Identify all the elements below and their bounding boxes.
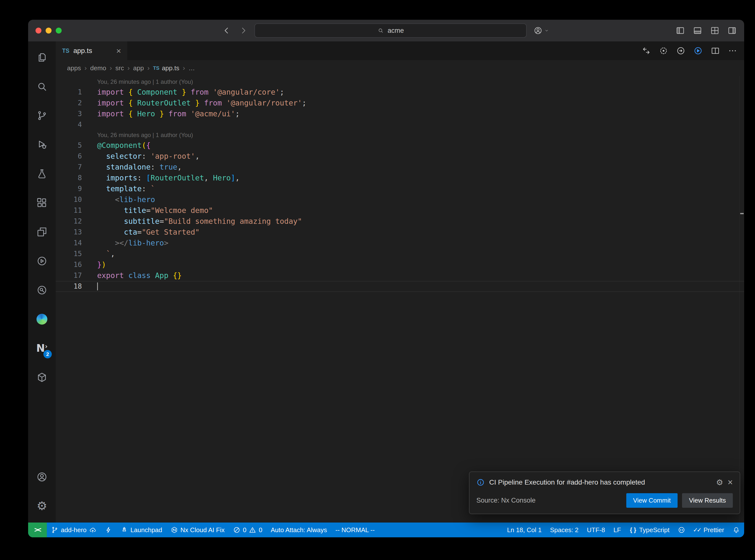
account-icon	[534, 26, 542, 35]
code-line-13[interactable]: 13 cta="Get Started"	[56, 227, 744, 238]
code-line-1[interactable]: 1import { Component } from '@angular/cor…	[56, 87, 744, 98]
code-line-14[interactable]: 14 ></lib-hero>	[56, 238, 744, 248]
activity-extensions-button[interactable]	[28, 188, 56, 217]
status-nx-cloud-ai-fix[interactable]: Nx Cloud AI Fix	[166, 522, 229, 537]
line-number[interactable]: 18	[56, 281, 97, 292]
activity-testing-button[interactable]	[28, 159, 56, 188]
code-line-15[interactable]: 15 `,	[56, 248, 744, 259]
breadcrumb-item[interactable]: apps	[67, 64, 81, 72]
back-icon[interactable]	[222, 26, 231, 35]
activity-run-targets-button[interactable]	[28, 246, 56, 276]
close-tab-icon[interactable]: ×	[116, 46, 121, 56]
toggle-primary-sidebar-icon[interactable]	[676, 26, 685, 35]
status-notifications[interactable]	[728, 522, 744, 537]
line-number[interactable]: 2	[56, 98, 97, 108]
maximize-window-button[interactable]	[56, 27, 62, 34]
open-changes-icon[interactable]	[641, 46, 651, 56]
activity-package-explorer-button[interactable]	[28, 363, 56, 392]
toggle-panel-icon[interactable]	[693, 26, 702, 35]
breadcrumb-item[interactable]: src	[115, 64, 124, 72]
line-number[interactable]: 12	[56, 216, 97, 227]
forward-icon[interactable]	[239, 26, 248, 35]
activity-layers-view-button[interactable]	[28, 217, 56, 246]
line-number[interactable]: 15	[56, 248, 97, 259]
breadcrumb-file[interactable]: TSapp.ts	[153, 64, 179, 72]
notification-settings-icon[interactable]: ⚙	[716, 478, 723, 486]
customize-layout-icon[interactable]	[710, 26, 719, 35]
breadcrumb-item[interactable]: demo	[90, 64, 106, 72]
code-line-12[interactable]: 12 subtitle="Build something amazing tod…	[56, 216, 744, 227]
code-line-9[interactable]: 9 template: `	[56, 183, 744, 194]
line-number[interactable]: 14	[56, 238, 97, 248]
line-number[interactable]: 17	[56, 270, 97, 281]
code-line-18[interactable]: 18	[56, 281, 744, 292]
activity-code-search-button[interactable]	[28, 276, 56, 305]
status-problems[interactable]: 00	[229, 522, 266, 537]
activity-explorer-button[interactable]	[28, 43, 56, 72]
line-number[interactable]: 7	[56, 162, 97, 173]
code-line-2[interactable]: 2import { RouterOutlet } from '@angular/…	[56, 98, 744, 108]
status-launchpad[interactable]: Launchpad	[116, 522, 166, 537]
account-menu[interactable]	[534, 26, 549, 35]
line-number[interactable]: 11	[56, 205, 97, 216]
line-number[interactable]: 13	[56, 227, 97, 238]
code-line-4[interactable]: 4	[56, 119, 744, 130]
status-language-mode[interactable]: { }TypeScript	[625, 522, 674, 537]
activity-run-debug-button[interactable]	[28, 130, 56, 159]
activity-search-button[interactable]	[28, 72, 56, 101]
view-commit-button[interactable]: View Commit	[626, 493, 678, 508]
code-editor[interactable]: You, 26 minutes ago | 1 author (You)1imp…	[56, 76, 744, 522]
minimize-window-button[interactable]	[46, 27, 52, 34]
status-cursor-position[interactable]: Ln 18, Col 1	[503, 522, 546, 537]
run-file-icon[interactable]	[693, 46, 703, 56]
status-encoding[interactable]: UTF-8	[583, 522, 609, 537]
command-center-search[interactable]: acme	[255, 23, 527, 38]
activity-nx-console-button[interactable]: N›2	[28, 334, 56, 363]
status-vim-mode[interactable]: -- NORMAL --	[331, 522, 379, 537]
close-notification-icon[interactable]: ×	[728, 478, 733, 487]
line-number[interactable]: 3	[56, 108, 97, 119]
line-number[interactable]: 5	[56, 140, 97, 151]
code-line-17[interactable]: 17export class App {}	[56, 270, 744, 281]
split-editor-icon[interactable]	[711, 46, 720, 56]
status-eol[interactable]: LF	[609, 522, 625, 537]
close-window-button[interactable]	[36, 27, 41, 34]
line-number[interactable]: 16	[56, 259, 97, 270]
status-branch[interactable]: add-hero	[47, 522, 101, 537]
line-number[interactable]: 10	[56, 194, 97, 205]
code-line-7[interactable]: 7 standalone: true,	[56, 162, 744, 173]
breadcrumb-symbol[interactable]: …	[188, 64, 195, 72]
toggle-secondary-sidebar-icon[interactable]	[728, 26, 737, 35]
tab-app-ts[interactable]: TS app.ts ×	[56, 41, 128, 60]
more-actions-icon[interactable]	[728, 46, 737, 56]
code-line-6[interactable]: 6 selector: 'app-root',	[56, 151, 744, 162]
status-bolt[interactable]	[101, 522, 116, 537]
status-copilot[interactable]	[674, 522, 690, 537]
search-value: acme	[388, 27, 404, 35]
activity-source-control-button[interactable]	[28, 101, 56, 130]
line-number[interactable]: 6	[56, 151, 97, 162]
view-results-button[interactable]: View Results	[682, 493, 733, 508]
search-icon	[377, 27, 384, 34]
remote-indicator[interactable]: ><	[28, 522, 47, 537]
code-line-16[interactable]: 16})	[56, 259, 744, 270]
code-line-5[interactable]: 5@Component({	[56, 140, 744, 151]
activity-edge-browser-button[interactable]	[28, 305, 56, 334]
overview-ruler[interactable]	[739, 76, 744, 522]
line-number[interactable]: 4	[56, 119, 97, 130]
status-prettier[interactable]: ✓✓Prettier	[690, 522, 728, 537]
activity-settings-button[interactable]: ⚙	[28, 492, 56, 521]
line-number[interactable]: 8	[56, 173, 97, 183]
status-auto-attach[interactable]: Auto Attach: Always	[266, 522, 331, 537]
blame-toggle-icon[interactable]	[659, 46, 668, 56]
activity-accounts-button[interactable]	[28, 462, 56, 492]
code-line-11[interactable]: 11 title="Welcmoe demo"	[56, 205, 744, 216]
code-line-8[interactable]: 8 imports: [RouterOutlet, Hero],	[56, 173, 744, 183]
code-line-3[interactable]: 3import { Hero } from '@acme/ui';	[56, 108, 744, 119]
code-line-10[interactable]: 10 <lib-hero	[56, 194, 744, 205]
line-number[interactable]: 9	[56, 183, 97, 194]
status-indentation[interactable]: Spaces: 2	[546, 522, 583, 537]
breadcrumb-item[interactable]: app	[133, 64, 144, 72]
line-number[interactable]: 1	[56, 87, 97, 98]
go-to-symbol-icon[interactable]	[676, 46, 686, 56]
